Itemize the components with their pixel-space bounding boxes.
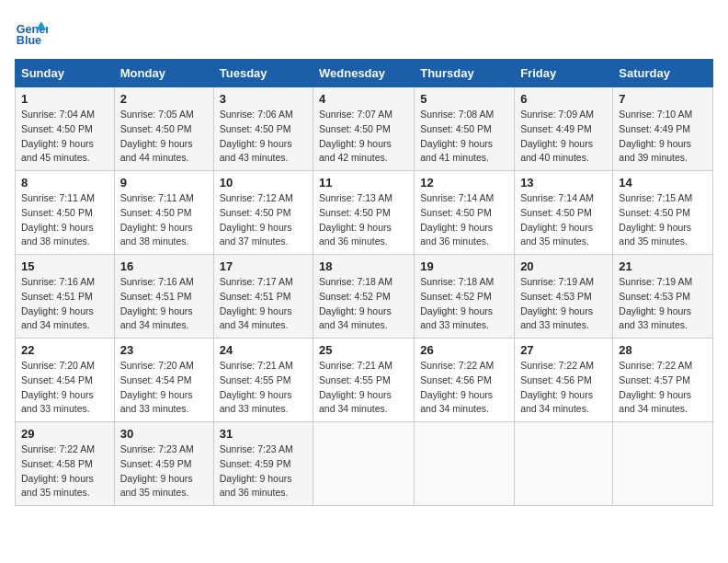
day-number: 5 (420, 92, 508, 106)
calendar-cell: 17 Sunrise: 7:17 AM Sunset: 4:51 PM Dayl… (213, 255, 313, 339)
calendar-cell: 5 Sunrise: 7:08 AM Sunset: 4:50 PM Dayli… (415, 87, 515, 171)
day-info: Sunrise: 7:14 AM Sunset: 4:50 PM Dayligh… (520, 191, 607, 249)
day-info: Sunrise: 7:07 AM Sunset: 4:50 PM Dayligh… (319, 108, 408, 166)
day-info: Sunrise: 7:22 AM Sunset: 4:56 PM Dayligh… (420, 359, 508, 417)
day-number: 9 (120, 176, 208, 190)
calendar-cell: 8 Sunrise: 7:11 AM Sunset: 4:50 PM Dayli… (16, 171, 115, 255)
day-info: Sunrise: 7:20 AM Sunset: 4:54 PM Dayligh… (21, 359, 108, 417)
day-info: Sunrise: 7:19 AM Sunset: 4:53 PM Dayligh… (619, 275, 707, 333)
day-number: 2 (120, 92, 208, 106)
day-number: 15 (21, 259, 108, 273)
day-info: Sunrise: 7:17 AM Sunset: 4:51 PM Dayligh… (220, 275, 307, 333)
calendar-cell: 27 Sunrise: 7:22 AM Sunset: 4:56 PM Dayl… (515, 339, 613, 422)
weekday-header: Friday (515, 60, 613, 87)
day-info: Sunrise: 7:14 AM Sunset: 4:50 PM Dayligh… (420, 191, 508, 249)
calendar-cell: 6 Sunrise: 7:09 AM Sunset: 4:49 PM Dayli… (515, 87, 613, 171)
day-number: 12 (420, 176, 508, 190)
calendar-cell (515, 422, 613, 506)
logo-icon: General Blue (15, 15, 48, 48)
calendar-cell (313, 422, 415, 506)
logo: General Blue (15, 15, 51, 48)
svg-text:Blue: Blue (17, 34, 41, 47)
weekday-header: Tuesday (213, 60, 313, 87)
day-number: 17 (220, 259, 307, 273)
calendar-table: SundayMondayTuesdayWednesdayThursdayFrid… (15, 59, 713, 506)
calendar-cell: 23 Sunrise: 7:20 AM Sunset: 4:54 PM Dayl… (114, 339, 213, 422)
calendar-cell: 12 Sunrise: 7:14 AM Sunset: 4:50 PM Dayl… (415, 171, 515, 255)
calendar-cell: 15 Sunrise: 7:16 AM Sunset: 4:51 PM Dayl… (16, 255, 115, 339)
day-number: 29 (21, 427, 108, 441)
day-info: Sunrise: 7:10 AM Sunset: 4:49 PM Dayligh… (619, 108, 707, 166)
calendar-cell: 9 Sunrise: 7:11 AM Sunset: 4:50 PM Dayli… (114, 171, 213, 255)
calendar-cell: 21 Sunrise: 7:19 AM Sunset: 4:53 PM Dayl… (613, 255, 713, 339)
day-info: Sunrise: 7:05 AM Sunset: 4:50 PM Dayligh… (120, 108, 208, 166)
calendar-cell: 1 Sunrise: 7:04 AM Sunset: 4:50 PM Dayli… (16, 87, 115, 171)
day-info: Sunrise: 7:13 AM Sunset: 4:50 PM Dayligh… (319, 191, 408, 249)
calendar-cell: 26 Sunrise: 7:22 AM Sunset: 4:56 PM Dayl… (415, 339, 515, 422)
weekday-header: Saturday (613, 60, 713, 87)
calendar-cell: 30 Sunrise: 7:23 AM Sunset: 4:59 PM Dayl… (114, 422, 213, 506)
day-info: Sunrise: 7:21 AM Sunset: 4:55 PM Dayligh… (220, 359, 307, 417)
day-number: 19 (420, 259, 508, 273)
day-info: Sunrise: 7:23 AM Sunset: 4:59 PM Dayligh… (120, 442, 208, 500)
weekday-header: Sunday (16, 60, 115, 87)
day-number: 4 (319, 92, 408, 106)
day-info: Sunrise: 7:09 AM Sunset: 4:49 PM Dayligh… (520, 108, 607, 166)
day-info: Sunrise: 7:15 AM Sunset: 4:50 PM Dayligh… (619, 191, 707, 249)
day-number: 13 (520, 176, 607, 190)
day-info: Sunrise: 7:19 AM Sunset: 4:53 PM Dayligh… (520, 275, 607, 333)
day-number: 25 (319, 343, 408, 357)
day-info: Sunrise: 7:06 AM Sunset: 4:50 PM Dayligh… (220, 108, 307, 166)
day-number: 27 (520, 343, 607, 357)
day-info: Sunrise: 7:22 AM Sunset: 4:56 PM Dayligh… (520, 359, 607, 417)
day-number: 24 (220, 343, 307, 357)
calendar-cell: 24 Sunrise: 7:21 AM Sunset: 4:55 PM Dayl… (213, 339, 313, 422)
calendar-cell: 11 Sunrise: 7:13 AM Sunset: 4:50 PM Dayl… (313, 171, 415, 255)
calendar-cell (613, 422, 713, 506)
calendar-cell: 7 Sunrise: 7:10 AM Sunset: 4:49 PM Dayli… (613, 87, 713, 171)
day-info: Sunrise: 7:22 AM Sunset: 4:58 PM Dayligh… (21, 442, 108, 500)
day-info: Sunrise: 7:11 AM Sunset: 4:50 PM Dayligh… (21, 191, 108, 249)
calendar-cell: 3 Sunrise: 7:06 AM Sunset: 4:50 PM Dayli… (213, 87, 313, 171)
day-info: Sunrise: 7:16 AM Sunset: 4:51 PM Dayligh… (21, 275, 108, 333)
day-number: 23 (120, 343, 208, 357)
weekday-header: Wednesday (313, 60, 415, 87)
calendar-cell: 18 Sunrise: 7:18 AM Sunset: 4:52 PM Dayl… (313, 255, 415, 339)
day-number: 16 (120, 259, 208, 273)
day-number: 22 (21, 343, 108, 357)
day-info: Sunrise: 7:08 AM Sunset: 4:50 PM Dayligh… (420, 108, 508, 166)
day-number: 28 (619, 343, 707, 357)
calendar-cell: 20 Sunrise: 7:19 AM Sunset: 4:53 PM Dayl… (515, 255, 613, 339)
day-info: Sunrise: 7:12 AM Sunset: 4:50 PM Dayligh… (220, 191, 307, 249)
day-number: 18 (319, 259, 408, 273)
calendar-cell: 4 Sunrise: 7:07 AM Sunset: 4:50 PM Dayli… (313, 87, 415, 171)
calendar-cell: 29 Sunrise: 7:22 AM Sunset: 4:58 PM Dayl… (16, 422, 115, 506)
day-number: 31 (220, 427, 307, 441)
day-number: 7 (619, 92, 707, 106)
calendar-cell: 31 Sunrise: 7:23 AM Sunset: 4:59 PM Dayl… (213, 422, 313, 506)
day-number: 11 (319, 176, 408, 190)
page-header: General Blue (15, 15, 713, 48)
calendar-cell: 25 Sunrise: 7:21 AM Sunset: 4:55 PM Dayl… (313, 339, 415, 422)
day-info: Sunrise: 7:11 AM Sunset: 4:50 PM Dayligh… (120, 191, 208, 249)
calendar-cell: 22 Sunrise: 7:20 AM Sunset: 4:54 PM Dayl… (16, 339, 115, 422)
day-number: 30 (120, 427, 208, 441)
day-number: 3 (220, 92, 307, 106)
day-number: 10 (220, 176, 307, 190)
day-info: Sunrise: 7:18 AM Sunset: 4:52 PM Dayligh… (319, 275, 408, 333)
calendar-cell: 14 Sunrise: 7:15 AM Sunset: 4:50 PM Dayl… (613, 171, 713, 255)
day-info: Sunrise: 7:21 AM Sunset: 4:55 PM Dayligh… (319, 359, 408, 417)
calendar-cell: 16 Sunrise: 7:16 AM Sunset: 4:51 PM Dayl… (114, 255, 213, 339)
day-number: 1 (21, 92, 108, 106)
day-info: Sunrise: 7:04 AM Sunset: 4:50 PM Dayligh… (21, 108, 108, 166)
calendar-cell: 13 Sunrise: 7:14 AM Sunset: 4:50 PM Dayl… (515, 171, 613, 255)
calendar-cell: 10 Sunrise: 7:12 AM Sunset: 4:50 PM Dayl… (213, 171, 313, 255)
day-info: Sunrise: 7:23 AM Sunset: 4:59 PM Dayligh… (220, 442, 307, 500)
weekday-header: Thursday (415, 60, 515, 87)
day-number: 26 (420, 343, 508, 357)
calendar-cell (415, 422, 515, 506)
calendar-cell: 2 Sunrise: 7:05 AM Sunset: 4:50 PM Dayli… (114, 87, 213, 171)
weekday-header: Monday (114, 60, 213, 87)
day-info: Sunrise: 7:22 AM Sunset: 4:57 PM Dayligh… (619, 359, 707, 417)
calendar-cell: 19 Sunrise: 7:18 AM Sunset: 4:52 PM Dayl… (415, 255, 515, 339)
